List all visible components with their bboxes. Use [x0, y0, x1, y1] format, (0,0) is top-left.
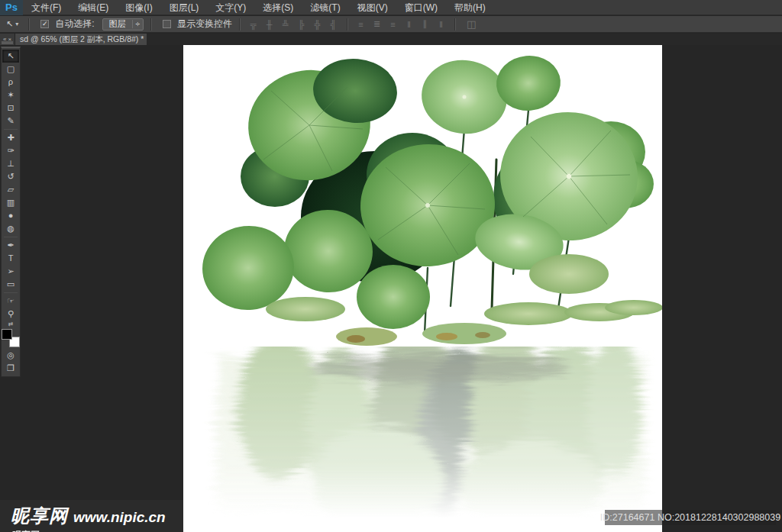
magic-wand-tool[interactable]: ✶	[2, 89, 19, 102]
divider	[4, 129, 18, 130]
align-horizontal-centers-icon[interactable]: ╬	[311, 20, 324, 29]
divider	[28, 18, 29, 31]
path-selection-tool[interactable]: ➢	[2, 265, 19, 278]
dodge-tool[interactable]: ◍	[2, 222, 19, 235]
menu-type[interactable]: 文字(Y)	[207, 0, 254, 15]
distribute-bottom-edges-icon[interactable]: ≡	[386, 20, 399, 29]
gradient-tool[interactable]: ▥	[2, 196, 19, 209]
distribute-right-edges-icon[interactable]: ‖	[435, 20, 448, 29]
gradient-icon: ▥	[7, 198, 15, 207]
watermark-clipped-line: 昵享网	[11, 529, 183, 532]
magic-wand-icon: ✶	[7, 91, 14, 99]
crop-icon: ⊡	[7, 104, 14, 112]
move-tool[interactable]: ↖	[2, 50, 19, 63]
distribute-left-edges-icon[interactable]: ‖	[402, 20, 415, 29]
eyedropper-tool[interactable]: ✎	[2, 114, 19, 127]
tools-panel: ↖ ▢ ρ ✶ ⊡ ✎ ✚ ✑ ⊥ ↺ ▱ ▥ ● ◍ ✒ T ➢ ▭ ☞ ⚲ …	[1, 47, 21, 377]
document-canvas[interactable]	[183, 45, 662, 532]
history-brush-icon: ↺	[7, 172, 14, 181]
align-top-edges-icon[interactable]: ╦	[247, 20, 260, 29]
lasso-tool[interactable]: ρ	[2, 76, 19, 89]
crop-tool[interactable]: ⊡	[2, 102, 19, 114]
divider	[150, 18, 151, 31]
healing-brush-icon: ✚	[7, 134, 14, 142]
eraser-tool[interactable]: ▱	[2, 183, 19, 196]
clone-stamp-icon: ⊥	[7, 160, 15, 168]
path-selection-icon: ➢	[7, 267, 14, 276]
watermark-site-name: 昵享网	[11, 504, 68, 528]
screen-mode-button[interactable]: ❐	[2, 362, 19, 375]
dropdown-stepper-icon: ÷	[132, 20, 144, 28]
shape-icon: ▭	[7, 280, 15, 289]
show-transform-label: 显示变换控件	[177, 18, 232, 31]
clone-stamp-tool[interactable]: ⊥	[2, 157, 19, 170]
quick-mask-button[interactable]: ◎	[2, 349, 19, 362]
menu-help[interactable]: 帮助(H)	[446, 0, 494, 15]
lasso-icon: ρ	[8, 78, 13, 86]
swap-colors-icon[interactable]: ⇄	[8, 321, 14, 327]
distribute-horizontal-centers-icon[interactable]: ∥	[418, 19, 431, 29]
menu-window[interactable]: 窗口(W)	[396, 0, 446, 15]
move-icon: ↖	[7, 52, 14, 60]
move-tool-icon: ↖	[6, 19, 13, 29]
align-right-edges-icon[interactable]: ╣	[327, 20, 340, 29]
document-title: sd @ 65% (图层 2 副本, RGB/8#) *	[20, 34, 144, 45]
current-tool-preset[interactable]: ↖ ▾	[0, 19, 21, 29]
document-tab[interactable]: sd @ 65% (图层 2 副本, RGB/8#) * ×	[15, 34, 147, 45]
divider	[347, 18, 347, 31]
auto-align-layers-button[interactable]: ◫	[462, 18, 480, 30]
blur-icon: ●	[8, 211, 14, 220]
marquee-tool[interactable]: ▢	[2, 63, 19, 76]
auto-select-checkbox[interactable]: ✓	[40, 20, 49, 28]
menu-edit[interactable]: 编辑(E)	[69, 0, 117, 15]
brush-icon: ✑	[7, 147, 14, 155]
watermark-line: 昵享网 www.nipic.cn	[11, 504, 183, 528]
foreground-color-swatch[interactable]	[2, 329, 12, 340]
type-icon: T	[8, 254, 14, 263]
auto-select-target-value: 图层	[103, 18, 132, 30]
chevron-down-icon: ▾	[15, 21, 18, 27]
hand-tool[interactable]: ☞	[2, 295, 19, 308]
photoshop-logo: Ps	[0, 0, 23, 15]
menu-filter[interactable]: 滤镜(T)	[302, 0, 348, 15]
divider	[239, 18, 240, 31]
eraser-icon: ▱	[8, 185, 14, 194]
type-tool[interactable]: T	[2, 252, 19, 265]
history-brush-tool[interactable]: ↺	[2, 170, 19, 183]
eyedropper-icon: ✎	[7, 117, 14, 125]
healing-brush-tool[interactable]: ✚	[2, 131, 19, 144]
menu-select[interactable]: 选择(S)	[254, 0, 302, 15]
document-tab-strip: « × sd @ 65% (图层 2 副本, RGB/8#) * ×	[0, 34, 782, 45]
panel-grip[interactable]	[2, 41, 13, 44]
pen-tool[interactable]: ✒	[2, 239, 19, 252]
menu-bar: Ps 文件(F) 编辑(E) 图像(I) 图层(L) 文字(Y) 选择(S) 滤…	[0, 0, 782, 15]
menu-file[interactable]: 文件(F)	[23, 0, 69, 15]
zoom-icon: ⚲	[8, 310, 14, 318]
menu-view[interactable]: 视图(V)	[349, 0, 396, 15]
align-vertical-centers-icon[interactable]: ╫	[263, 20, 276, 29]
image-id-band: ID:27164671 NO:20181228140302988039	[605, 510, 776, 525]
distribute-vertical-centers-icon[interactable]: ≣	[370, 19, 383, 29]
screen-mode-icon: ❐	[7, 364, 15, 372]
dodge-icon: ◍	[7, 224, 15, 233]
hand-icon: ☞	[7, 297, 15, 305]
brush-tool[interactable]: ✑	[2, 144, 19, 157]
image-id-text: ID:27164671 NO:20181228140302988039	[600, 512, 780, 523]
watermark-site-url: www.nipic.cn	[73, 509, 166, 526]
divider	[454, 18, 455, 31]
color-swatches[interactable]	[2, 329, 20, 347]
divider	[4, 237, 18, 237]
shape-tool[interactable]: ▭	[2, 278, 19, 291]
menu-image[interactable]: 图像(I)	[117, 0, 160, 15]
watermark-banner: 昵享网 www.nipic.cn 昵享网	[0, 500, 183, 532]
auto-select-target-dropdown[interactable]: 图层 ÷	[102, 18, 144, 31]
zoom-tool[interactable]: ⚲	[2, 308, 19, 321]
show-transform-checkbox[interactable]	[163, 20, 171, 28]
pen-icon: ✒	[7, 241, 14, 250]
align-left-edges-icon[interactable]: ╠	[295, 20, 308, 29]
align-bottom-edges-icon[interactable]: ╩	[279, 20, 292, 29]
menu-layer[interactable]: 图层(L)	[161, 0, 208, 15]
quick-mask-icon: ◎	[7, 351, 15, 360]
blur-tool[interactable]: ●	[2, 209, 19, 222]
distribute-top-edges-icon[interactable]: ≡	[354, 20, 367, 29]
